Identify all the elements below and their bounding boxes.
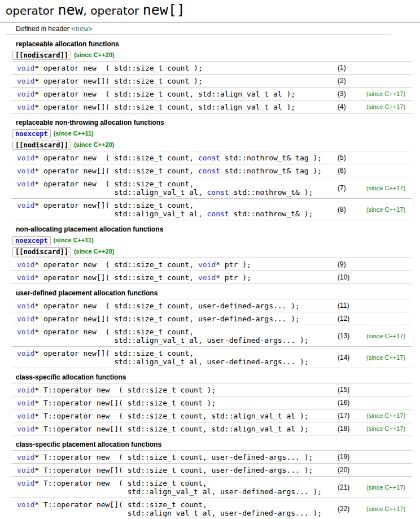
keyword-token: void [198,273,216,282]
declaration-row: void* operator new ( std::size_t count, … [11,88,412,101]
declaration-code: void* operator new ( std::size_t count )… [11,62,332,75]
keyword-token: void [17,260,34,269]
declaration-since: (since C++17) [363,409,412,422]
code-token: std::align_val_t al, [17,210,207,218]
declaration-row: void* T::operator new[]( std::size_t cou… [11,422,412,435]
declaration-number: (12) [332,312,363,325]
code-token: std::align_val_t al, [17,188,207,197]
keyword-token: void [17,412,34,420]
code-token: * operator new ( std::size_t count, [34,328,194,336]
declaration-code: void* T::operator new ( std::size_t coun… [11,451,332,464]
code-token: * operator new[]( std::size_t count, [34,273,198,282]
declaration-since: (since C++17) [363,325,412,347]
declaration-code: void* T::operator new[]( std::size_t cou… [11,396,332,409]
spec-badge: [[nodiscard]] [12,247,71,256]
keyword-token: void [17,479,34,487]
keyword-token: void [17,302,34,310]
declaration-section: user-defined placement allocation functi… [6,284,420,368]
declaration-section: replaceable non-throwing allocation func… [6,114,420,220]
code-text: void* operator new ( std::size_t count )… [17,64,332,72]
keyword-token: void [17,180,34,188]
declaration-row: void* T::operator new[]( std::size_t cou… [11,498,412,519]
code-token: * operator new ( std::size_t count, [34,154,198,162]
declaration-code: void* operator new[]( std::size_t count,… [11,164,332,177]
defined-in-header-table: Defined in header <new> [6,23,391,35]
declaration-since: (since C++17) [363,101,412,114]
declaration-row: void* T::operator new ( std::size_t coun… [11,383,412,396]
declaration-number: (21) [332,477,363,498]
declaration-since [363,258,412,271]
code-token: * operator new ( std::size_t count, [34,180,194,188]
declaration-number: (19) [332,451,363,464]
code-token: * T::operator new ( std::size_t count, [34,479,207,487]
header-new-link[interactable]: <new> [71,24,93,33]
code-token: * operator new[]( std::size_t count, [34,201,194,210]
declaration-since [363,151,412,164]
declaration-number: (11) [332,299,363,312]
declaration-section: replaceable allocation functions[[nodisc… [6,35,420,114]
badge-row: [[nodiscard]](since C++20) [12,139,420,149]
code-token: * T::operator new[]( std::size_t count, [34,500,207,509]
declaration-number: (22) [332,498,363,519]
declaration-code: void* operator new[]( std::size_t count,… [11,347,332,368]
keyword-token: void [17,453,34,461]
code-text: void* operator new ( std::size_t count, … [17,90,332,98]
code-text: void* operator new ( std::size_t count, … [17,302,332,310]
declaration-code: void* T::operator new[]( std::size_t cou… [11,464,332,477]
badge-row: [[nodiscard]](since C++20) [12,50,420,59]
declaration-code: void* operator new ( std::size_t count, … [11,299,332,312]
badge-row: noexcept(since C++11) [12,128,420,138]
code-text: void* operator new[]( std::size_t count,… [17,103,332,111]
code-token: * operator new[]( std::size_t count ); [34,77,202,85]
declaration-since: (since C++17) [363,199,412,220]
declaration-number: (15) [332,383,363,396]
keyword-token: const [207,188,229,197]
section-heading: class-specific allocation functions [16,373,420,381]
code-token: * T::operator new ( std::size_t count ); [34,386,216,394]
declaration-number: (17) [332,409,363,422]
keyword-token: void [17,103,34,111]
defined-in-header-row: Defined in header <new> [6,23,391,35]
declaration-since [363,62,412,75]
declaration-since [363,464,412,477]
declaration-code: void* operator new ( std::size_t count, … [11,258,332,271]
defined-in-label: Defined in header [16,25,71,33]
code-token: std::nothrow_t& tag ); [220,167,322,175]
declaration-number: (10) [332,271,363,284]
since-label: (since C++20) [74,141,115,148]
since-label: (since C++20) [74,248,115,255]
declaration-row: void* operator new ( std::size_t count, … [11,151,412,164]
code-token: * T::operator new[]( std::size_t count )… [34,399,216,407]
declaration-row: void* T::operator new ( std::size_t coun… [11,409,412,422]
section-heading: replaceable allocation functions [16,40,420,48]
declaration-code: void* T::operator new ( std::size_t coun… [11,477,332,498]
code-text: void* T::operator new ( std::size_t coun… [17,386,332,394]
code-token: * operator new[]( std::size_t count, [34,167,198,175]
title-text-part: , operator [84,4,143,18]
code-token: std::nothrow_t& ); [229,210,313,218]
code-token: * T::operator new ( std::size_t count, s… [34,412,308,420]
declaration-row: void* operator new ( std::size_t count, … [11,299,412,312]
keyword-token: void [17,425,34,433]
keyword-token: const [207,210,229,218]
declaration-code: void* T::operator new ( std::size_t coun… [11,383,332,396]
declaration-number: (18) [332,422,363,435]
declaration-number: (6) [332,164,363,177]
section-heading: user-defined placement allocation functi… [16,289,420,297]
declaration-section: non-allocating placement allocation func… [6,220,420,284]
declaration-table: void* operator new ( std::size_t count, … [11,151,412,220]
declaration-since [363,451,412,464]
declaration-since [363,271,412,284]
code-token: std::nothrow_t& tag ); [220,154,322,162]
declaration-code: void* T::operator new ( std::size_t coun… [11,409,332,422]
declaration-sections: replaceable allocation functions[[nodisc… [0,35,420,519]
declaration-table: void* T::operator new ( std::size_t coun… [11,450,412,519]
declaration-row: void* operator new ( std::size_t count )… [11,62,412,75]
since-label: (since C++20) [74,51,115,58]
declaration-since [363,164,412,177]
code-text: void* T::operator new ( std::size_t coun… [17,479,332,496]
code-text: void* operator new ( std::size_t count, … [17,154,332,162]
spec-badge: noexcept [12,236,51,245]
code-text: void* T::operator new[]( std::size_t cou… [17,425,332,433]
declaration-row: void* operator new ( std::size_t count, … [11,325,412,347]
